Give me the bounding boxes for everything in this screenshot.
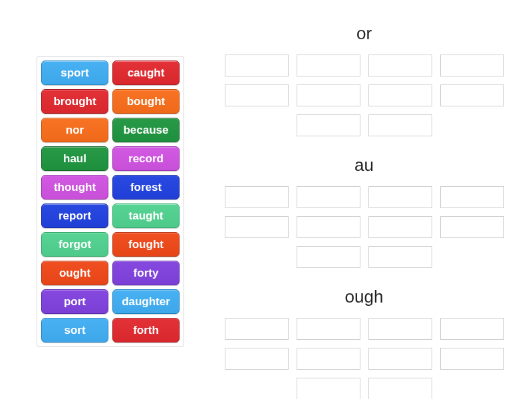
drop-slot[interactable] — [297, 186, 360, 208]
drop-slot[interactable] — [368, 84, 432, 106]
drop-slot[interactable] — [368, 55, 432, 76]
drop-slot[interactable] — [368, 378, 432, 399]
word-tile[interactable]: sport — [41, 61, 108, 85]
drop-slot[interactable] — [368, 186, 432, 208]
category-title: or — [209, 23, 519, 44]
category-title: au — [209, 155, 519, 176]
word-tile[interactable]: report — [41, 203, 108, 228]
drop-grid — [209, 318, 519, 399]
word-tile[interactable]: fought — [112, 232, 180, 257]
drop-slot[interactable] — [440, 55, 504, 76]
drop-slot[interactable] — [297, 246, 360, 268]
word-tile[interactable]: forest — [112, 175, 180, 200]
drop-slot[interactable] — [297, 216, 360, 238]
word-tile[interactable]: record — [112, 146, 180, 171]
word-tile[interactable]: thought — [41, 175, 108, 200]
drop-slot[interactable] — [368, 216, 432, 238]
drop-slot[interactable] — [225, 216, 289, 238]
drop-slot[interactable] — [225, 84, 289, 106]
drop-slot[interactable] — [440, 318, 504, 340]
word-tile[interactable]: brought — [41, 89, 108, 114]
categories-area: orauough — [209, 20, 519, 399]
word-tile[interactable]: forty — [112, 261, 180, 285]
sorting-activity: sportcaughtbroughtboughtnorbecausehaulre… — [0, 0, 532, 399]
drop-slot[interactable] — [440, 348, 504, 370]
word-tile[interactable]: port — [41, 289, 108, 314]
category-title: ough — [209, 287, 519, 307]
word-tile[interactable]: forth — [112, 318, 180, 342]
drop-slot[interactable] — [297, 84, 360, 106]
drop-slot[interactable] — [440, 216, 504, 238]
word-tile[interactable]: nor — [41, 118, 108, 142]
word-tile[interactable]: sort — [41, 318, 108, 342]
word-tile[interactable]: ought — [41, 261, 108, 285]
word-tile[interactable]: forgot — [41, 232, 108, 257]
drop-slot[interactable] — [225, 55, 289, 76]
drop-slot[interactable] — [225, 186, 289, 208]
drop-slot[interactable] — [368, 318, 432, 340]
drop-slot[interactable] — [368, 114, 432, 136]
drop-slot[interactable] — [440, 186, 504, 208]
word-tile[interactable]: because — [112, 118, 180, 142]
drop-slot[interactable] — [440, 84, 504, 106]
drop-slot[interactable] — [297, 318, 360, 340]
drop-slot[interactable] — [368, 348, 432, 370]
word-tile[interactable]: daughter — [112, 289, 180, 314]
drop-slot[interactable] — [225, 318, 289, 340]
drop-grid — [209, 186, 519, 268]
drop-slot[interactable] — [297, 378, 360, 399]
drop-slot[interactable] — [297, 55, 360, 76]
drop-slot[interactable] — [368, 246, 432, 268]
word-tile[interactable]: haul — [41, 146, 108, 171]
drop-grid — [209, 55, 519, 136]
word-tile[interactable]: taught — [112, 203, 180, 228]
word-tile[interactable]: bought — [112, 89, 180, 114]
drop-slot[interactable] — [297, 114, 360, 136]
word-bank: sportcaughtbroughtboughtnorbecausehaulre… — [37, 56, 184, 347]
drop-slot[interactable] — [225, 348, 289, 370]
word-tile[interactable]: caught — [112, 61, 180, 85]
drop-slot[interactable] — [297, 348, 360, 370]
